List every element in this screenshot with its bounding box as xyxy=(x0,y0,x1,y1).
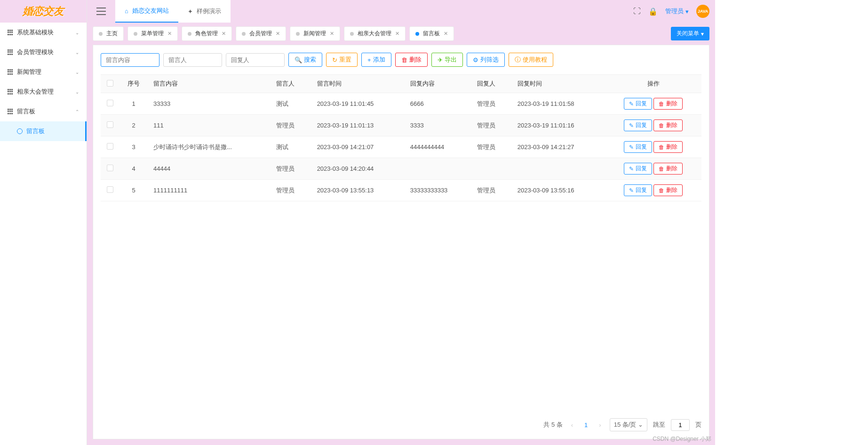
close-icon[interactable]: ✕ xyxy=(444,31,448,37)
avatar[interactable]: JAVA xyxy=(696,5,709,18)
row-delete-button[interactable]: 🗑 删除 xyxy=(653,163,683,175)
row-delete-button[interactable]: 🗑 删除 xyxy=(653,184,683,196)
top-tab-1[interactable]: ✦样例演示 xyxy=(178,0,231,23)
cell-reply-content xyxy=(405,158,471,180)
cell-index: 2 xyxy=(119,115,148,136)
close-icon[interactable]: ✕ xyxy=(330,31,334,37)
dot-icon xyxy=(188,32,191,36)
row-delete-button[interactable]: 🗑 删除 xyxy=(653,141,683,153)
page-size-select[interactable]: 15 条/页 ⌄ xyxy=(610,418,647,431)
reply-button[interactable]: ✎ 回复 xyxy=(624,163,652,175)
cell-reply-person: 管理员 xyxy=(471,136,512,158)
tab-2[interactable]: 角色管理✕ xyxy=(182,26,232,41)
tab-3[interactable]: 会员管理✕ xyxy=(236,26,286,41)
search-person-input[interactable] xyxy=(163,53,222,67)
cell-time: 2023-03-19 11:01:13 xyxy=(311,115,405,136)
cell-time: 2023-03-09 14:21:07 xyxy=(311,136,405,158)
sidebar: 婚恋交友 系统基础模块⌄会员管理模块⌄新闻管理⌄相亲大会管理⌄留言板⌃留言板 xyxy=(0,0,87,445)
close-icon[interactable]: ✕ xyxy=(222,31,226,37)
top-tab-0[interactable]: ⌂婚恋交友网站 xyxy=(115,0,178,23)
cell-person: 管理员 xyxy=(271,158,311,180)
fullscreen-icon[interactable]: ⛶ xyxy=(633,7,641,16)
grid-icon xyxy=(8,109,13,114)
sidebar-submenu-item[interactable]: 留言板 xyxy=(0,121,87,141)
search-reply-input[interactable] xyxy=(226,53,285,67)
row-checkbox[interactable] xyxy=(107,165,113,171)
chevron-down-icon: ⌄ xyxy=(75,50,79,55)
sidebar-item-4[interactable]: 留言板⌃ xyxy=(0,102,87,121)
close-icon[interactable]: ✕ xyxy=(395,31,399,37)
search-content-input[interactable] xyxy=(101,53,159,67)
sidebar-item-0[interactable]: 系统基础模块⌄ xyxy=(0,23,87,42)
page-number[interactable]: 1 xyxy=(581,421,590,429)
select-all-checkbox[interactable] xyxy=(107,80,113,87)
cell-content: 44444 xyxy=(148,158,271,180)
tab-0[interactable]: 主页 xyxy=(93,26,124,41)
cell-index: 1 xyxy=(119,93,148,115)
row-delete-button[interactable]: 🗑 删除 xyxy=(653,98,683,110)
trash-icon: 🗑 xyxy=(659,187,664,194)
prev-page-button[interactable]: ‹ xyxy=(568,421,576,429)
tab-label: 留言板 xyxy=(423,30,440,38)
sidebar-item-label: 新闻管理 xyxy=(17,68,41,76)
jump-label: 跳至 xyxy=(653,421,665,429)
grid-icon xyxy=(8,49,13,55)
gear-icon xyxy=(17,128,23,134)
admin-dropdown[interactable]: 管理员 ▾ xyxy=(665,7,689,16)
cell-reply-person: 管理员 xyxy=(471,180,512,201)
close-icon[interactable]: ✕ xyxy=(167,31,172,37)
cell-reply-person xyxy=(471,158,512,180)
edit-icon: ✎ xyxy=(629,122,634,129)
sidebar-item-3[interactable]: 相亲大会管理⌄ xyxy=(0,82,87,102)
add-button[interactable]: +添加 xyxy=(361,53,391,67)
cell-person: 管理员 xyxy=(271,180,311,201)
reset-button[interactable]: ↻重置 xyxy=(326,53,358,67)
submenu-label: 留言板 xyxy=(26,127,45,135)
next-page-button[interactable]: › xyxy=(596,421,604,429)
tutorial-button[interactable]: ⓘ使用教程 xyxy=(509,53,553,67)
dot-icon xyxy=(134,32,137,36)
reply-button[interactable]: ✎ 回复 xyxy=(624,141,652,153)
sidebar-item-2[interactable]: 新闻管理⌄ xyxy=(0,62,87,82)
cell-reply-time: 2023-03-19 11:01:16 xyxy=(512,115,605,136)
dot-icon xyxy=(415,32,419,36)
trash-icon: 🗑 xyxy=(659,144,664,151)
tab-4[interactable]: 新闻管理✕ xyxy=(290,26,340,41)
chevron-down-icon: ▾ xyxy=(701,31,704,37)
lock-icon[interactable]: 🔒 xyxy=(648,7,658,16)
col-reply-time: 回复时间 xyxy=(512,75,605,93)
sidebar-menu: 系统基础模块⌄会员管理模块⌄新闻管理⌄相亲大会管理⌄留言板⌃留言板 xyxy=(0,23,87,445)
header: ⌂婚恋交友网站✦样例演示 ⛶ 🔒 管理员 ▾ JAVA xyxy=(87,0,715,23)
tab-6[interactable]: 留言板✕ xyxy=(409,26,454,41)
trash-icon: 🗑 xyxy=(659,166,664,172)
hamburger-icon[interactable] xyxy=(96,8,106,15)
cell-reply-time: 2023-03-09 14:21:27 xyxy=(512,136,605,158)
data-table: 序号 留言内容 留言人 留言时间 回复内容 回复人 回复时间 操作 1 3333… xyxy=(101,74,701,201)
reply-button[interactable]: ✎ 回复 xyxy=(624,98,652,110)
reply-button[interactable]: ✎ 回复 xyxy=(624,119,652,131)
jump-input[interactable] xyxy=(671,419,690,431)
col-action: 操作 xyxy=(605,75,701,93)
col-person: 留言人 xyxy=(271,75,311,93)
columns-button[interactable]: ⚙列筛选 xyxy=(467,53,505,67)
tab-5[interactable]: 相亲大会管理✕ xyxy=(344,26,406,41)
chevron-up-icon: ⌃ xyxy=(75,109,79,114)
close-icon[interactable]: ✕ xyxy=(276,31,280,37)
row-checkbox[interactable] xyxy=(107,143,113,150)
close-menu-button[interactable]: 关闭菜单 ▾ xyxy=(671,27,709,40)
search-button[interactable]: 🔍搜索 xyxy=(288,53,322,67)
delete-button[interactable]: 🗑删除 xyxy=(395,53,428,67)
row-checkbox[interactable] xyxy=(107,100,113,106)
row-checkbox[interactable] xyxy=(107,186,113,193)
sidebar-item-1[interactable]: 会员管理模块⌄ xyxy=(0,42,87,62)
row-checkbox[interactable] xyxy=(107,121,113,128)
sidebar-item-label: 相亲大会管理 xyxy=(17,87,54,96)
row-delete-button[interactable]: 🗑 删除 xyxy=(653,119,683,131)
export-button[interactable]: ✈导出 xyxy=(431,53,463,67)
cell-person: 测试 xyxy=(271,136,311,158)
tab-1[interactable]: 菜单管理✕ xyxy=(127,26,178,41)
cell-reply-content: 33333333333 xyxy=(405,180,471,201)
col-content: 留言内容 xyxy=(148,75,271,93)
watermark: CSDN @Designer 小郑 xyxy=(653,435,711,443)
reply-button[interactable]: ✎ 回复 xyxy=(624,184,652,196)
